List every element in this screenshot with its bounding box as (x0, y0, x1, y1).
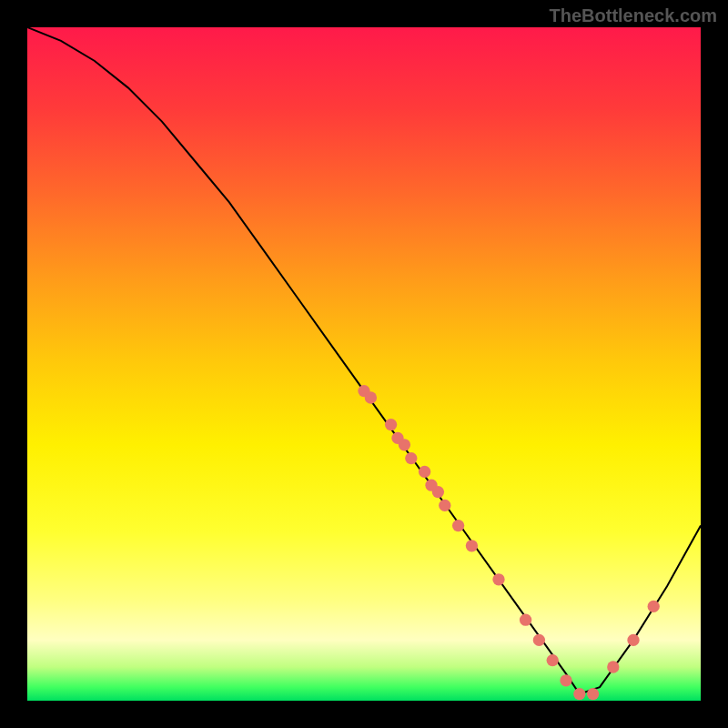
svg-point-13 (520, 614, 531, 626)
bottleneck-curve (27, 27, 701, 694)
svg-point-6 (419, 466, 430, 478)
data-markers (358, 385, 660, 700)
svg-point-20 (627, 634, 639, 646)
svg-point-4 (399, 439, 410, 450)
svg-point-19 (607, 661, 619, 672)
svg-point-5 (405, 452, 417, 464)
svg-point-16 (560, 674, 571, 686)
svg-point-9 (439, 500, 450, 511)
plot-area (27, 27, 701, 701)
svg-point-21 (648, 601, 660, 612)
svg-point-8 (432, 486, 444, 498)
svg-point-18 (587, 688, 599, 700)
svg-point-15 (547, 654, 559, 666)
svg-point-11 (466, 540, 478, 551)
svg-point-17 (573, 688, 585, 700)
svg-point-1 (365, 391, 377, 403)
curve-svg (27, 27, 701, 701)
chart-container: TheBottleneck.com (0, 0, 728, 728)
svg-point-12 (492, 573, 504, 585)
svg-point-14 (533, 634, 545, 646)
watermark-text: TheBottleneck.com (550, 5, 717, 26)
svg-point-10 (452, 520, 464, 531)
svg-point-2 (385, 419, 397, 430)
